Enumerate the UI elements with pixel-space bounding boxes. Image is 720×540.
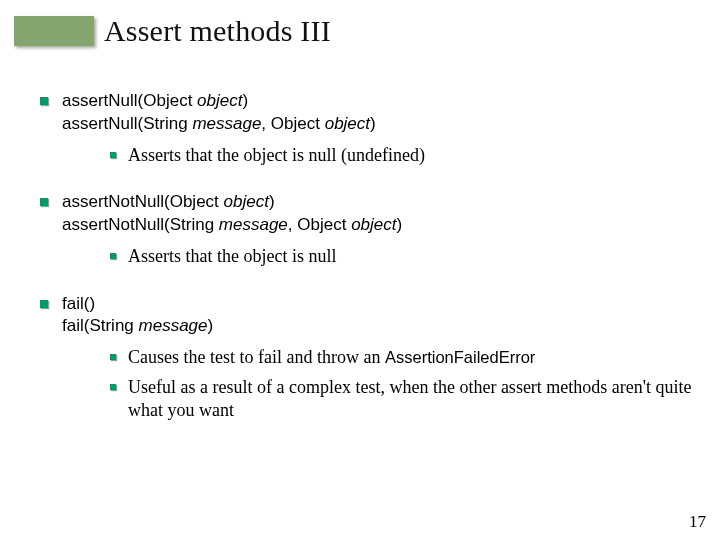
text-frag-italic: object: [224, 192, 269, 211]
text-frag: assertNotNull(String: [62, 215, 219, 234]
text-frag: fail(String: [62, 316, 139, 335]
item-heading: assertNotNull(Object object) assertNotNu…: [62, 191, 402, 237]
slide-title: Assert methods III: [104, 14, 331, 48]
sub-list: Asserts that the object is null (undefin…: [40, 144, 692, 167]
slide-body: assertNull(Object object) assertNull(Str…: [40, 90, 692, 447]
text-frag-italic: message: [219, 215, 288, 234]
text-frag: assertNull(Object: [62, 91, 197, 110]
text-frag-code: AssertionFailedError: [385, 348, 535, 366]
square-bullet-icon: [40, 97, 48, 105]
text-frag-italic: message: [192, 114, 261, 133]
title-bar: Assert methods III: [14, 14, 331, 48]
square-bullet-icon: [110, 384, 116, 390]
square-bullet-icon: [110, 354, 116, 360]
sub-text: Asserts that the object is null: [128, 245, 336, 268]
item-heading: fail() fail(String message): [62, 293, 213, 339]
list-item: fail() fail(String message) Causes the t…: [40, 293, 692, 423]
list-item: assertNull(Object object) assertNull(Str…: [40, 90, 692, 167]
item-heading: assertNull(Object object) assertNull(Str…: [62, 90, 376, 136]
text-frag: ): [208, 316, 214, 335]
sub-list-item: Useful as a result of a complex test, wh…: [110, 376, 692, 423]
sub-text: Causes the test to fail and throw an Ass…: [128, 346, 535, 369]
bullet-list: assertNull(Object object) assertNull(Str…: [40, 90, 692, 423]
slide: Assert methods III assertNull(Object obj…: [0, 0, 720, 540]
sub-list-item: Causes the test to fail and throw an Ass…: [110, 346, 692, 369]
square-bullet-icon: [110, 152, 116, 158]
square-bullet-icon: [40, 198, 48, 206]
sub-text: Useful as a result of a complex test, wh…: [128, 376, 692, 423]
text-frag: ): [269, 192, 275, 211]
text-frag: fail(): [62, 294, 95, 313]
text-frag-italic: message: [139, 316, 208, 335]
sub-list-item: Asserts that the object is null: [110, 245, 692, 268]
sub-list: Causes the test to fail and throw an Ass…: [40, 346, 692, 422]
text-frag: Causes the test to fail and throw an: [128, 347, 385, 367]
title-decor-block: [14, 16, 94, 46]
text-frag-italic: object: [197, 91, 242, 110]
sub-list: Asserts that the object is null: [40, 245, 692, 268]
sub-list-item: Asserts that the object is null (undefin…: [110, 144, 692, 167]
text-frag: ): [397, 215, 403, 234]
text-frag-italic: object: [325, 114, 370, 133]
text-frag-italic: object: [351, 215, 396, 234]
text-frag: ): [370, 114, 376, 133]
text-frag: ): [242, 91, 248, 110]
text-frag: , Object: [288, 215, 351, 234]
text-frag: , Object: [261, 114, 324, 133]
text-frag: assertNotNull(Object: [62, 192, 224, 211]
list-item: assertNotNull(Object object) assertNotNu…: [40, 191, 692, 268]
text-frag: assertNull(String: [62, 114, 192, 133]
page-number: 17: [689, 512, 706, 532]
sub-text: Asserts that the object is null (undefin…: [128, 144, 425, 167]
square-bullet-icon: [40, 300, 48, 308]
square-bullet-icon: [110, 253, 116, 259]
